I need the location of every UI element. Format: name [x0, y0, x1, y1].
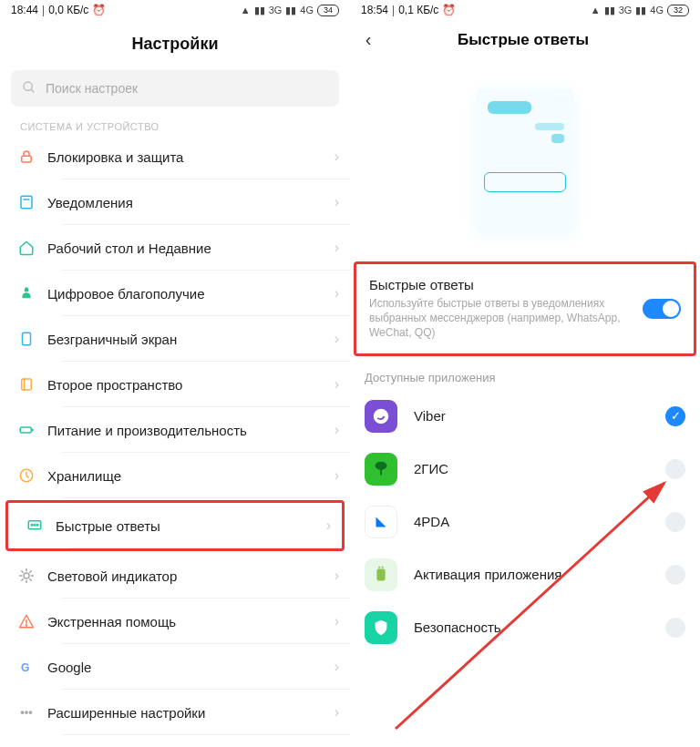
notif-icon: [18, 194, 47, 210]
lock-icon: [18, 148, 47, 165]
svg-point-26: [378, 566, 380, 568]
quick-icon: [26, 517, 56, 534]
settings-item-led[interactable]: Световой индикатор›: [0, 553, 350, 599]
app-icon: [365, 400, 397, 433]
google-icon: G: [18, 659, 47, 675]
chevron-right-icon: ›: [335, 659, 339, 675]
search-icon: [22, 80, 36, 97]
signal-3g: 3G: [619, 5, 633, 15]
app-label: Безопасность: [414, 619, 665, 635]
app-row[interactable]: 4PDA: [350, 496, 700, 548]
more-icon: [18, 704, 47, 721]
settings-item-label: Блокировка и защита: [47, 149, 335, 165]
svg-point-17: [26, 625, 26, 626]
app-icon: [365, 506, 397, 538]
settings-item-lock[interactable]: Блокировка и защита›: [0, 134, 350, 179]
status-net: 0,0 КБ/с: [48, 4, 88, 16]
settings-item-space[interactable]: Второе пространство›: [0, 362, 350, 407]
settings-item-label: Google: [47, 660, 335, 675]
status-time: 18:44: [11, 4, 38, 16]
back-button[interactable]: ‹: [355, 29, 381, 50]
app-label: Viber: [414, 408, 665, 424]
svg-point-22: [374, 408, 389, 424]
sos-icon: [18, 613, 47, 629]
space-icon: [18, 376, 47, 393]
chevron-right-icon: ›: [335, 422, 339, 438]
app-checkbox[interactable]: [665, 512, 685, 532]
app-checkbox[interactable]: ✓: [665, 406, 685, 426]
svg-point-21: [29, 711, 31, 713]
settings-item-label: Световой индикатор: [47, 568, 335, 584]
signal-icon: ▮▮: [635, 5, 646, 16]
settings-item-quick[interactable]: Быстрые ответы›: [8, 503, 342, 548]
signal-icon: ▮▮: [285, 5, 296, 16]
app-checkbox[interactable]: [665, 459, 685, 479]
svg-point-19: [21, 711, 23, 713]
screen-icon: [18, 331, 47, 347]
settings-item-google[interactable]: GGoogle›: [0, 644, 350, 690]
svg-rect-3: [21, 196, 32, 209]
svg-text:G: G: [21, 661, 29, 674]
settings-item-label: Хранилище: [47, 468, 335, 484]
settings-item-storage[interactable]: Хранилище›: [0, 453, 350, 498]
chevron-right-icon: ›: [335, 240, 339, 256]
settings-item-screen[interactable]: Безграничный экран›: [0, 316, 350, 362]
settings-item-battery[interactable]: Питание и производительность›: [0, 407, 350, 453]
signal-4g: 4G: [650, 5, 664, 15]
svg-point-27: [382, 566, 384, 568]
quick-replies-toggle[interactable]: [643, 299, 681, 319]
chevron-right-icon: ›: [335, 148, 339, 165]
chevron-right-icon: ›: [335, 467, 339, 484]
chevron-right-icon: ›: [335, 285, 339, 302]
section-header: СИСТЕМА И УСТРОЙСТВО: [0, 116, 350, 134]
alarm-icon: ⏰: [92, 4, 106, 16]
settings-item-wellbeing[interactable]: Цифровое благополучие›: [0, 271, 350, 316]
page-title: Настройки: [0, 18, 350, 70]
led-icon: [18, 568, 47, 584]
settings-item-label: Расширенные настройки: [47, 705, 335, 721]
settings-item-more[interactable]: Расширенные настройки›: [0, 690, 350, 735]
svg-line-1: [31, 89, 34, 92]
app-checkbox[interactable]: [665, 618, 685, 638]
toggle-title: Быстрые ответы: [369, 277, 632, 292]
signal-4g: 4G: [300, 5, 314, 15]
app-label: 4PDA: [414, 514, 665, 529]
settings-item-label: Быстрые ответы: [56, 518, 326, 534]
app-row[interactable]: Активация приложения: [350, 548, 700, 601]
section-header: Доступные приложения: [350, 363, 700, 390]
app-checkbox[interactable]: [665, 565, 685, 585]
settings-item-notif[interactable]: Уведомления›: [0, 179, 350, 225]
svg-rect-25: [376, 568, 385, 580]
app-label: 2ГИС: [414, 461, 665, 476]
app-icon: [365, 558, 397, 591]
svg-point-13: [34, 525, 36, 527]
svg-rect-5: [23, 333, 31, 345]
home-icon: [18, 240, 47, 256]
quick-replies-screen: 18:54 | 0,1 КБ/с ⏰ ▲ ▮▮ 3G ▮▮ 4G 32 ‹ Бы…: [350, 0, 700, 747]
settings-item-label: Питание и производительность: [47, 423, 335, 438]
battery-icon: [18, 422, 47, 438]
app-icon: [365, 453, 397, 486]
signal-icon: ▮▮: [254, 5, 265, 16]
settings-item-sos[interactable]: Экстренная помощь›: [0, 599, 350, 644]
app-row[interactable]: 2ГИС: [350, 443, 700, 496]
signal-icon: ▮▮: [604, 5, 615, 16]
chevron-right-icon: ›: [335, 331, 339, 347]
settings-item-label: Безграничный экран: [47, 332, 335, 347]
svg-rect-2: [22, 156, 32, 162]
app-row[interactable]: Безопасность: [350, 601, 700, 654]
chevron-right-icon: ›: [335, 704, 339, 721]
settings-item-home[interactable]: Рабочий стол и Недавние›: [0, 225, 350, 271]
chevron-right-icon: ›: [335, 376, 339, 393]
svg-point-20: [26, 711, 27, 713]
status-time: 18:54: [361, 4, 388, 16]
signal-3g: 3G: [269, 5, 283, 15]
quick-reply-illustration: [475, 88, 575, 234]
settings-item-label: Цифровое благополучие: [47, 286, 335, 302]
app-icon: [365, 611, 397, 644]
settings-item-label: Экстренная помощь: [47, 614, 335, 629]
toggle-desc: Используйте быстрые ответы в уведомления…: [369, 296, 632, 341]
search-input[interactable]: Поиск настроек: [11, 70, 339, 107]
battery-badge: 32: [667, 5, 689, 16]
app-row[interactable]: Viber✓: [350, 390, 700, 443]
